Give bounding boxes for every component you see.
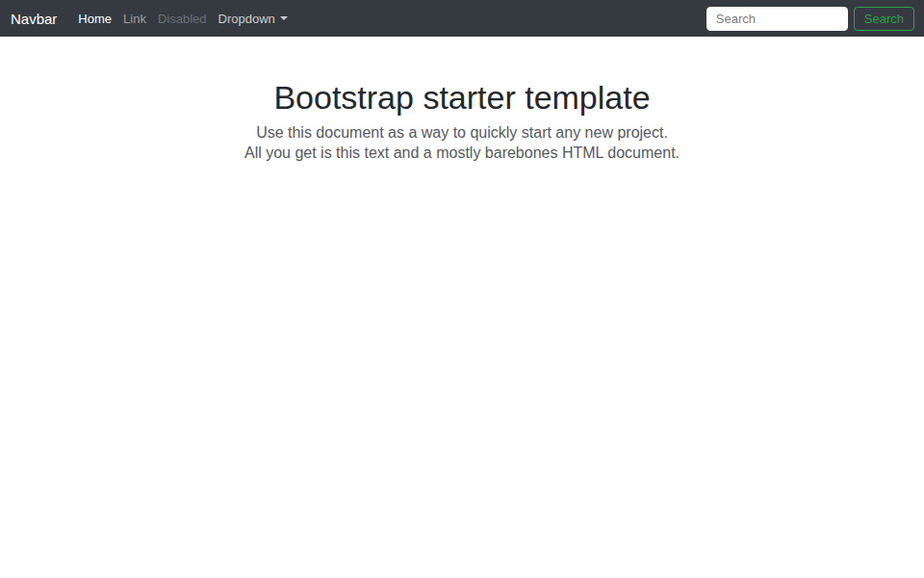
lead-paragraph: Use this document as a way to quickly st… — [0, 122, 924, 163]
main-content: Bootstrap starter template Use this docu… — [0, 37, 924, 163]
nav-item-disabled: Disabled — [152, 9, 213, 29]
search-input[interactable] — [706, 7, 848, 31]
navbar-nav: Home Link Disabled Dropdown — [72, 9, 706, 29]
search-button[interactable]: Search — [854, 7, 914, 31]
nav-item-home[interactable]: Home — [72, 9, 117, 29]
lead-line-1: Use this document as a way to quickly st… — [256, 124, 668, 141]
lead-line-2: All you get is this text and a mostly ba… — [244, 144, 680, 161]
navbar-brand[interactable]: Navbar — [11, 11, 57, 27]
page-title: Bootstrap starter template — [0, 79, 924, 116]
caret-down-icon — [280, 16, 288, 20]
nav-item-link[interactable]: Link — [117, 9, 152, 29]
search-form: Search — [706, 7, 914, 31]
dropdown-label: Dropdown — [218, 12, 275, 26]
nav-item-dropdown[interactable]: Dropdown — [213, 9, 294, 29]
navbar: Navbar Home Link Disabled Dropdown Searc… — [0, 0, 924, 37]
